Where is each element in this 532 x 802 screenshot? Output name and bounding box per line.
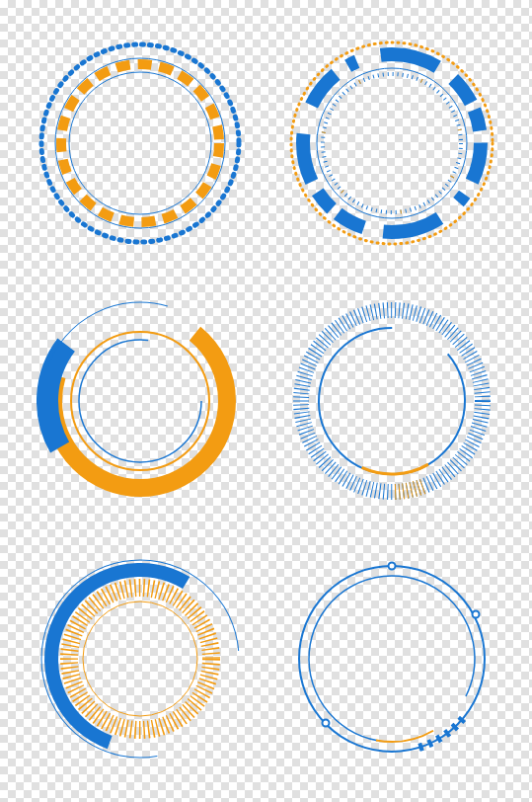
- svg-point-17: [292, 301, 492, 501]
- svg-point-8: [323, 74, 461, 212]
- svg-point-5: [303, 54, 481, 232]
- ring-bottom-left: [20, 534, 262, 782]
- tech-circle-icon: [32, 35, 249, 252]
- ring-mid-right: [271, 278, 513, 525]
- svg-point-1: [55, 58, 225, 228]
- svg-point-6: [317, 68, 467, 218]
- svg-point-14: [301, 310, 483, 492]
- svg-point-10: [37, 297, 244, 505]
- svg-point-21: [83, 602, 197, 716]
- svg-point-12: [79, 340, 201, 462]
- tech-circle-icon: [283, 35, 500, 252]
- svg-point-11: [71, 332, 209, 470]
- svg-point-26: [388, 562, 395, 569]
- svg-point-0: [41, 44, 239, 242]
- ring-mid-left: [20, 278, 262, 525]
- svg-point-20: [69, 588, 211, 730]
- svg-point-28: [322, 719, 329, 726]
- svg-point-3: [69, 72, 211, 214]
- svg-point-7: [323, 74, 461, 212]
- ring-bottom-right: [271, 534, 513, 782]
- ring-top-right: [271, 20, 513, 268]
- tech-circle-icon: [37, 555, 244, 762]
- svg-point-23: [288, 555, 495, 762]
- tech-circle-icon: [288, 555, 495, 762]
- svg-point-27: [472, 610, 479, 617]
- tech-circle-icon: [288, 297, 495, 505]
- svg-point-13: [37, 297, 244, 505]
- ring-top-left: [20, 20, 262, 268]
- svg-point-2: [61, 64, 219, 222]
- tech-circle-icon: [37, 297, 244, 505]
- svg-point-25: [288, 555, 495, 762]
